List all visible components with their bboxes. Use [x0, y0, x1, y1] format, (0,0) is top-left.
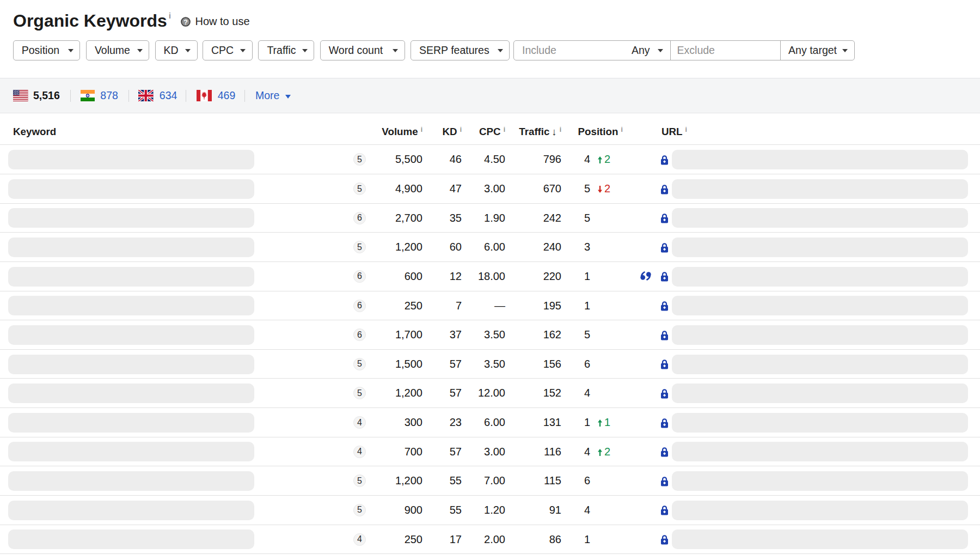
- svg-text:?: ?: [183, 18, 188, 26]
